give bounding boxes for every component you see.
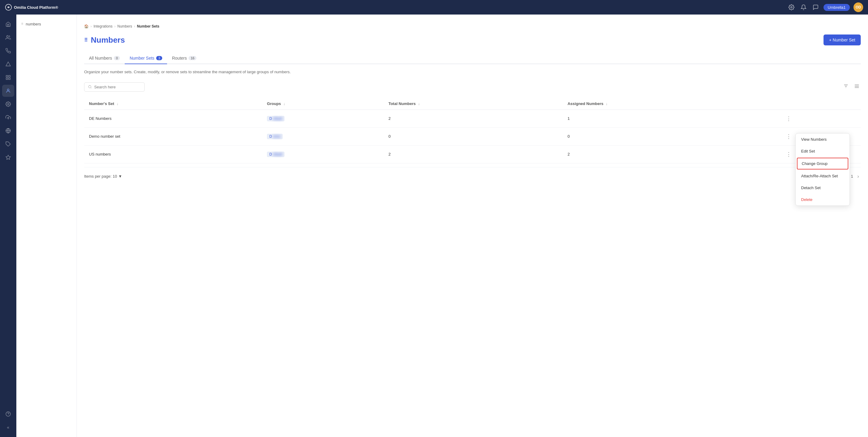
left-panel-title: ⠿ numbers <box>17 19 76 29</box>
group-badge-2: Default <box>267 152 284 157</box>
phone-icon <box>5 48 11 54</box>
table-row: DE Numbers Default 2 1 ⋮ <box>84 110 861 127</box>
items-per-page-label: Items per page: <box>84 174 112 179</box>
breadcrumb-numbers[interactable]: Numbers <box>117 24 132 28</box>
bell-icon-btn[interactable] <box>799 3 808 11</box>
settings-icon <box>5 101 11 107</box>
svg-rect-4 <box>6 75 7 77</box>
row-action-button-2[interactable]: ⋮ <box>784 150 793 159</box>
tab-number-sets-badge: 3 <box>156 56 162 60</box>
breadcrumb-integrations[interactable]: Integrations <box>94 24 113 28</box>
group-blur-1: emo <box>273 134 280 138</box>
svg-marker-3 <box>6 62 10 66</box>
cell-group-0: Default <box>262 110 383 127</box>
page-header: ⠿ Numbers + Number Set <box>84 34 861 45</box>
col-groups-label: Groups <box>267 101 281 106</box>
tab-all-numbers[interactable]: All Numbers 0 <box>84 53 125 64</box>
next-page-button[interactable]: › <box>856 173 861 180</box>
cell-assigned-0: 1 <box>563 110 779 127</box>
row-action-button-0[interactable]: ⋮ <box>784 114 793 123</box>
svg-rect-6 <box>6 78 7 80</box>
sidebar-item-globe[interactable] <box>2 125 14 137</box>
context-menu-item-edit-set[interactable]: Edit Set <box>796 145 849 157</box>
context-menu: View NumbersEdit SetChange GroupAttach/R… <box>795 133 850 206</box>
col-total-label: Total Numbers <box>388 101 415 106</box>
cell-name-1: Demo number set <box>84 127 262 145</box>
context-menu-item-view-numbers[interactable]: View Numbers <box>796 133 849 145</box>
tab-routers[interactable]: Routers 16 <box>167 53 201 64</box>
items-per-page-chevron: ▼ <box>118 174 122 179</box>
sidebar-item-grid[interactable] <box>2 71 14 84</box>
context-menu-item-attach-set[interactable]: Attach/Re-Attach Set <box>796 170 849 182</box>
cell-total-0: 2 <box>383 110 563 127</box>
sort-icon-assigned: ↓ <box>606 101 608 106</box>
sidebar-item-star[interactable] <box>2 151 14 163</box>
breadcrumb-home-icon[interactable]: 🏠 <box>84 24 89 28</box>
left-panel-label: numbers <box>26 22 41 26</box>
add-number-set-button[interactable]: + Number Set <box>824 34 861 45</box>
context-menu-item-change-group[interactable]: Change Group <box>797 158 848 169</box>
columns-icon <box>854 84 860 89</box>
top-nav: Omilia Cloud Platform® Umbrella1 OD <box>0 0 868 14</box>
svg-rect-7 <box>9 78 10 80</box>
search-box[interactable] <box>84 82 145 92</box>
tabs-container: All Numbers 0 Number Sets 3 Routers 16 <box>84 53 861 64</box>
sidebar-item-person[interactable] <box>2 85 14 97</box>
settings-icon <box>788 4 795 10</box>
sort-icon-total: ↓ <box>418 101 420 106</box>
context-menu-item-delete[interactable]: Delete <box>796 194 849 206</box>
breadcrumb: 🏠 › Integrations › Numbers › Number Sets <box>84 21 861 28</box>
total-pages: 1 <box>851 174 853 179</box>
sidebar-item-upload[interactable] <box>2 112 14 123</box>
tab-routers-label: Routers <box>172 56 187 61</box>
table-row: US numbers Default 2 2 ⋮ <box>84 145 861 163</box>
message-icon-btn[interactable] <box>811 3 820 11</box>
row-action-button-1[interactable]: ⋮ <box>784 132 793 141</box>
table-body: DE Numbers Default 2 1 ⋮ Demo number set… <box>84 110 861 163</box>
sort-icon-groups: ↓ <box>283 101 285 106</box>
col-number-set[interactable]: Number's Set ↓ <box>84 98 262 110</box>
tab-all-numbers-label: All Numbers <box>89 56 112 61</box>
filter-icon-btn[interactable] <box>842 82 850 92</box>
sidebar-item-triangle[interactable] <box>2 58 14 70</box>
svg-point-15 <box>6 412 10 416</box>
sidebar-item-question[interactable] <box>2 408 14 420</box>
svg-line-18 <box>91 88 91 88</box>
question-icon <box>5 411 11 417</box>
sidebar-item-home[interactable] <box>2 18 14 30</box>
group-blur-0: efault <box>273 117 282 121</box>
col-total-numbers[interactable]: Total Numbers ↓ <box>383 98 563 110</box>
cell-assigned-2: 2 <box>563 145 779 163</box>
left-panel: ⠿ numbers <box>17 14 77 437</box>
sidebar-item-settings[interactable] <box>2 98 14 110</box>
sidebar-item-phone[interactable] <box>2 45 14 57</box>
search-input[interactable] <box>94 85 141 89</box>
group-blur-2: efault <box>273 152 282 156</box>
tab-number-sets[interactable]: Number Sets 3 <box>125 53 167 64</box>
avatar[interactable]: OD <box>854 2 863 12</box>
columns-icon-btn[interactable] <box>853 82 861 92</box>
items-per-page[interactable]: Items per page: 10 ▼ <box>84 174 122 179</box>
triangle-icon <box>5 61 11 67</box>
sidebar-item-users[interactable] <box>2 31 14 43</box>
col-assigned-numbers[interactable]: Assigned Numbers ↓ <box>563 98 779 110</box>
sort-icon-name: ↓ <box>117 101 119 106</box>
top-nav-right: Umbrella1 OD <box>787 2 863 12</box>
sidebar-item-collapse[interactable]: « <box>2 421 14 433</box>
context-menu-item-detach-set[interactable]: Detach Set <box>796 182 849 194</box>
top-nav-left: Omilia Cloud Platform® <box>5 4 58 11</box>
filter-icons <box>842 82 861 92</box>
cell-total-2: 2 <box>383 145 563 163</box>
tenant-selector[interactable]: Umbrella1 <box>824 4 850 11</box>
data-table: Number's Set ↓ Groups ↓ Total Numbers ↓ … <box>84 98 861 163</box>
collapse-icon: « <box>7 425 9 430</box>
breadcrumb-current: Number Sets <box>137 24 159 28</box>
upload-icon <box>5 115 11 120</box>
col-groups[interactable]: Groups ↓ <box>262 98 383 110</box>
svg-point-9 <box>7 103 9 105</box>
settings-icon-btn[interactable] <box>787 3 796 11</box>
bell-icon <box>801 4 807 10</box>
sidebar-item-puzzle[interactable] <box>2 138 14 150</box>
puzzle-icon <box>5 141 11 147</box>
home-icon <box>5 22 11 27</box>
